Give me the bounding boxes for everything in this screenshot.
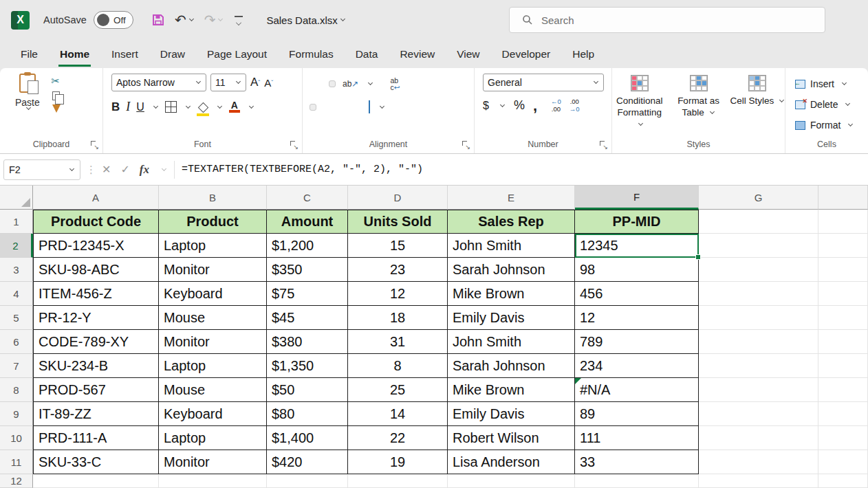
cell-C2[interactable]: $1,200 [267,234,348,258]
decrease-font-size-button[interactable]: Aˇ [264,74,273,91]
align-top-button[interactable] [310,81,315,87]
menu-tab-formulas[interactable]: Formulas [287,42,335,67]
cell-F10[interactable]: 111 [575,426,699,450]
cell-F9[interactable]: 89 [575,402,699,426]
cell-F2[interactable]: 12345 [575,234,699,258]
cell-H3[interactable] [818,258,868,282]
cell-G11[interactable] [699,450,818,474]
column-header-C[interactable]: C [267,186,348,210]
column-header-G[interactable]: G [699,186,818,210]
cut-icon[interactable]: ✂ [51,75,61,87]
row-header-8[interactable]: 8 [0,378,33,402]
cell-E8[interactable]: Mike Brown [448,378,575,402]
align-center-button[interactable] [321,104,326,110]
confirm-entry-icon[interactable]: ✓ [120,163,129,176]
autosave-toggle[interactable]: Off [94,11,133,29]
cell-A6[interactable]: CODE-789-XY [33,330,159,354]
cell-C9[interactable]: $80 [267,402,348,426]
formula-input[interactable]: =TEXTAFTER(TEXTBEFORE(A2, "-", 2), "-") [182,164,423,175]
cell-C10[interactable]: $1,400 [267,426,348,450]
cell-E11[interactable]: Lisa Anderson [448,450,575,474]
cell-A3[interactable]: SKU-98-ABC [33,258,159,282]
cell-A2[interactable]: PRD-12345-X [33,234,159,258]
cell-H11[interactable] [818,450,868,474]
cell-B3[interactable]: Monitor [159,258,267,282]
menu-tab-developer[interactable]: Developer [501,42,552,67]
cell-F3[interactable]: 98 [575,258,699,282]
comma-format-button[interactable]: , [533,102,537,109]
column-header-A[interactable]: A [33,186,159,210]
customize-qat-icon[interactable] [235,16,243,24]
cell-B10[interactable]: Laptop [159,426,267,450]
underline-chevron-icon[interactable] [153,103,158,108]
cell-E1[interactable]: Sales Rep [448,210,575,234]
cell-C7[interactable]: $1,350 [267,354,348,378]
cell-D7[interactable]: 8 [348,354,448,378]
borders-icon[interactable] [165,101,177,113]
row-header-10[interactable]: 10 [0,426,33,450]
cell-B5[interactable]: Mouse [159,306,267,330]
merge-center-chevron-icon[interactable] [380,104,384,109]
row-header-4[interactable]: 4 [0,282,33,306]
cell-B6[interactable]: Monitor [159,330,267,354]
cell-C3[interactable]: $350 [267,258,348,282]
cell-H10[interactable] [818,426,868,450]
clipboard-dialog-launcher-icon[interactable] [91,141,98,148]
cell-A8[interactable]: PROD-567 [33,378,159,402]
cell-D1[interactable]: Units Sold [348,210,448,234]
cell-B8[interactable]: Mouse [159,378,267,402]
row-header-3[interactable]: 3 [0,258,33,282]
currency-format-button[interactable]: $ [483,100,489,112]
column-header-E[interactable]: E [448,186,575,210]
cell-E7[interactable]: Sarah Johnson [448,354,575,378]
cell-G8[interactable] [699,378,818,402]
align-bottom-button[interactable] [329,80,336,87]
currency-chevron-icon[interactable] [500,102,505,107]
cell-G10[interactable] [699,426,818,450]
cell-F4[interactable]: 456 [575,282,699,306]
increase-font-size-button[interactable]: Aˆ [250,74,260,91]
cell-G12[interactable] [699,474,818,488]
cell-A11[interactable]: SKU-33-C [33,450,159,474]
insert-function-icon[interactable]: fx [140,163,149,177]
number-dialog-launcher-icon[interactable] [600,141,607,148]
cell-H1[interactable] [818,210,868,234]
menu-tab-help[interactable]: Help [571,42,596,67]
cell-D8[interactable]: 25 [348,378,448,402]
cell-D3[interactable]: 23 [348,258,448,282]
row-header-5[interactable]: 5 [0,306,33,330]
fill-color-icon[interactable] [197,104,208,112]
font-name-select[interactable]: Aptos Narrow [111,74,206,91]
cell-G2[interactable] [699,234,818,258]
merge-center-button[interactable] [366,98,373,116]
align-left-button[interactable] [310,104,316,111]
cell-C5[interactable]: $45 [267,306,348,330]
menu-tab-home[interactable]: Home [58,42,91,67]
row-header-7[interactable]: 7 [0,354,33,378]
cell-H5[interactable] [818,306,868,330]
menu-tab-file[interactable]: File [19,42,39,67]
align-right-button[interactable] [330,104,336,110]
decrease-decimal-button[interactable]: .00→0 [569,98,580,113]
delete-cells-button[interactable]: Delete [795,94,868,115]
row-header-12[interactable]: 12 [0,474,33,488]
cell-H7[interactable] [818,354,868,378]
fill-color-chevron-icon[interactable] [217,103,222,108]
row-header-6[interactable]: 6 [0,330,33,354]
cell-G6[interactable] [699,330,818,354]
column-header-B[interactable]: B [159,186,267,210]
cell-B7[interactable]: Laptop [159,354,267,378]
cell-G9[interactable] [699,402,818,426]
fill-handle[interactable] [695,254,701,260]
undo-button[interactable]: ↶ [172,11,197,29]
cell-A5[interactable]: PR-12-Y [33,306,159,330]
cell-F7[interactable]: 234 [575,354,699,378]
cell-G1[interactable] [699,210,818,234]
font-color-icon[interactable]: A [229,101,240,113]
format-cells-button[interactable]: Format [795,115,868,135]
cell-A7[interactable]: SKU-234-B [33,354,159,378]
cell-A12[interactable] [33,474,159,488]
cell-F6[interactable]: 789 [575,330,699,354]
formula-bar-grip-icon[interactable]: ⋮ [86,164,96,176]
cell-E9[interactable]: Emily Davis [448,402,575,426]
